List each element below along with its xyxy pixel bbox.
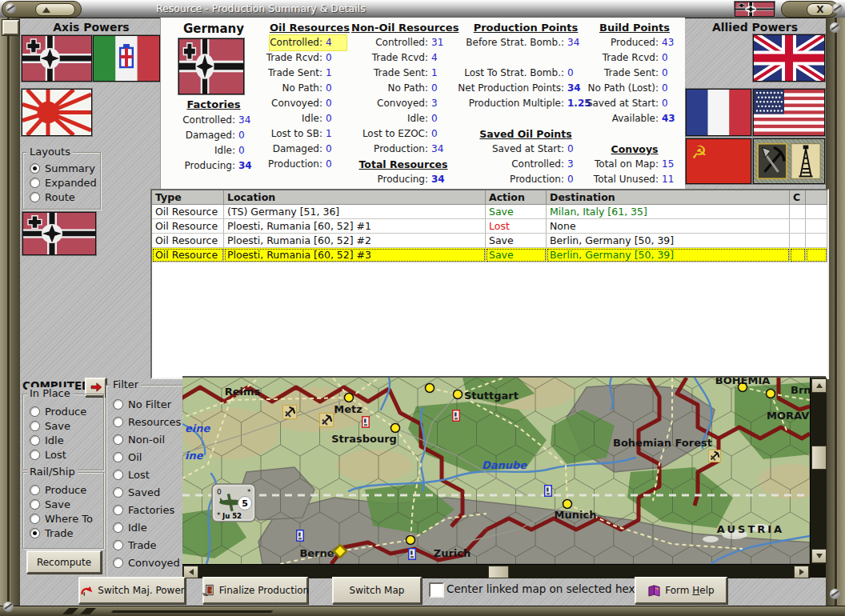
radio-inplace-produce[interactable]: Produce	[30, 404, 103, 418]
radio-filter-no-filter[interactable]: No Filter	[113, 395, 183, 413]
radio-filter-oil[interactable]: Oil	[113, 448, 183, 466]
radio-inplace-idle[interactable]: Idle	[30, 433, 103, 447]
uk-flag[interactable]	[753, 34, 825, 82]
stat-row: No Path: 0	[270, 81, 346, 96]
germany-flag[interactable]	[22, 35, 92, 82]
scroll-up-button[interactable]	[811, 378, 827, 393]
air-unit-counter[interactable]: 0 * * 5 Ju 52	[212, 484, 255, 522]
stat-row: Trade Rcvd: 0	[270, 50, 346, 66]
radio-label: Produce	[45, 484, 86, 496]
radio-filter-convoyed[interactable]: Convoyed	[113, 554, 183, 571]
ussr-flag[interactable]	[686, 138, 751, 184]
radio-layout-summary[interactable]: Summary	[30, 161, 100, 175]
production-summary-panel: Germany Factories Controlled: 34 Damaged…	[160, 18, 685, 190]
center-map-checkbox[interactable]	[429, 582, 444, 598]
horizontal-scroll-thumb[interactable]	[488, 566, 509, 578]
radio-layout-route[interactable]: Route	[30, 190, 100, 204]
stat-row: Available: 43	[590, 111, 679, 126]
radio-label: Idle	[128, 522, 147, 534]
japan-flag[interactable]	[22, 89, 92, 136]
radio-inplace-lost[interactable]: Lost	[30, 447, 103, 462]
finalize-production-label: Finalize Production	[219, 585, 309, 596]
form-help-button[interactable]: Form Help	[635, 577, 727, 604]
screw-icon	[830, 589, 840, 599]
roll-up-button[interactable]	[35, 3, 75, 16]
radio-label: Oil	[128, 451, 142, 463]
switch-map-button[interactable]: Switch Map	[332, 577, 422, 604]
usa-flag[interactable]	[753, 89, 825, 136]
map-label-seine: eine	[185, 422, 211, 434]
stat-row: Lost to EZOC: 0	[351, 126, 455, 142]
cell-destination: Milan, Italy [61, 35]	[547, 205, 790, 219]
table-row[interactable]: Oil Resource Ploesti, Rumania [60, 52] #…	[152, 234, 827, 248]
cell-type: Oil Resource	[152, 234, 224, 248]
stat-row: Trade Sent: 1	[351, 66, 455, 81]
oil-derrick-icon[interactable]	[791, 142, 821, 180]
scroll-right-button[interactable]	[794, 566, 809, 578]
radio-filter-resources[interactable]: Resources	[113, 413, 183, 430]
table-row[interactable]: Oil Resource Ploesti, Rumania [60, 52] #…	[152, 219, 827, 234]
resource-icons-tile	[753, 138, 825, 184]
map-vertical-scrollbar[interactable]	[810, 378, 827, 564]
right-arrow-icon	[799, 569, 804, 575]
radio-railship-whereto[interactable]: Where To	[30, 511, 103, 526]
radio-layout-expanded[interactable]: Expanded	[30, 175, 100, 190]
radio-filter-factories[interactable]: Factories	[113, 501, 183, 518]
france-flag[interactable]	[686, 89, 751, 136]
stat-row: No Path: 0	[351, 81, 455, 96]
scrollbar-corner	[810, 564, 826, 578]
cell-filler	[806, 205, 827, 219]
col-header-action[interactable]: Action	[486, 190, 547, 205]
germany-flag-secondary[interactable]	[22, 212, 96, 255]
switch-maj-power-button[interactable]: Switch Maj. Power	[78, 577, 186, 604]
cell-type: Oil Resource	[152, 205, 224, 219]
radio-label: Resources	[128, 416, 181, 428]
hex-map[interactable]: 0 * * 5 Ju 52	[182, 378, 810, 564]
cell-filler	[806, 248, 827, 262]
col-header-type[interactable]: Type	[152, 190, 224, 205]
resource-table[interactable]: Type Location Action Destination C Oil R…	[150, 189, 829, 379]
radio-label: Summary	[45, 162, 95, 174]
radio-railship-produce[interactable]: Produce	[30, 482, 103, 497]
radio-railship-save[interactable]: Save	[30, 497, 103, 511]
stat-row: Trade Rcvd: 0	[590, 50, 679, 66]
cell-filler	[806, 234, 827, 248]
radio-inplace-save[interactable]: Save	[30, 418, 103, 433]
vertical-scroll-thumb[interactable]	[811, 446, 827, 470]
recompute-button[interactable]: Recompute	[26, 550, 102, 574]
finalize-production-button[interactable]: Finalize Production	[202, 577, 308, 604]
radio-filter-non-oil[interactable]: Non-oil	[113, 430, 183, 448]
map-viewport[interactable]: 0 * * 5 Ju 52	[182, 378, 810, 564]
radio-filter-trade[interactable]: Trade	[113, 536, 183, 554]
switch-maj-power-label: Switch Maj. Power	[98, 585, 184, 596]
unit-star: *	[247, 488, 251, 496]
nonoil-resources-header: Non-Oil Resources	[351, 22, 455, 34]
frame-left	[0, 18, 20, 606]
radio-filter-saved[interactable]: Saved	[113, 483, 183, 501]
table-row[interactable]: Oil Resource Ploesti, Rumania [60, 52] #…	[152, 248, 827, 262]
cell-c	[790, 248, 806, 262]
stat-row: Trade Sent: 1	[270, 66, 346, 81]
radio-filter-idle[interactable]: Idle	[113, 518, 183, 536]
stat-row: Trade Rcvd: 4	[351, 50, 455, 66]
col-header-destination[interactable]: Destination	[547, 190, 790, 205]
app-window: Resource - Production Summary & Details …	[0, 0, 845, 616]
stat-row: Net Production Points: 34	[459, 81, 593, 96]
map-label-bohemia: BOHEMIA	[715, 378, 771, 386]
pickaxe-resource-icon[interactable]	[757, 142, 787, 180]
oil-resources-header: Oil Resources	[270, 22, 346, 34]
scroll-down-button[interactable]	[811, 549, 827, 563]
table-row[interactable]: Oil Resource (TS) Germany [51, 36] Save …	[152, 205, 827, 219]
in-place-groupbox: In Place Produce Save Idle	[22, 394, 104, 470]
col-header-c[interactable]: C	[790, 190, 806, 205]
country-name: Germany	[165, 22, 262, 36]
stat-row: Saved Oil Points	[459, 126, 593, 142]
radio-filter-lost[interactable]: Lost	[113, 466, 183, 483]
title-bar[interactable]: Resource - Production Summary & Details …	[0, 0, 845, 18]
italy-flag[interactable]	[93, 35, 160, 82]
col-header-location[interactable]: Location	[224, 190, 486, 205]
close-button[interactable]: X	[807, 3, 834, 16]
cell-type: Oil Resource	[152, 219, 224, 234]
stat-row: Total Resources	[351, 157, 455, 172]
radio-railship-trade[interactable]: Trade	[30, 526, 103, 540]
